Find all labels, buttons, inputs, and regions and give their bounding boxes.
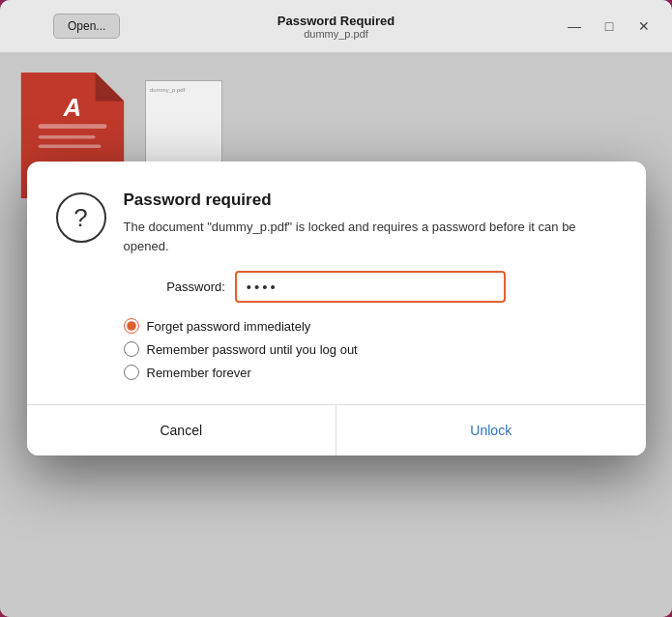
modal-header: ? Password required The document "dummy_… xyxy=(56,191,617,255)
question-icon: ? xyxy=(56,192,106,243)
radio-forget-label: Forget password immediately xyxy=(147,319,311,334)
password-row: Password: xyxy=(56,271,617,303)
modal-footer: Cancel Unlock xyxy=(27,404,646,455)
question-mark: ? xyxy=(73,205,87,230)
radio-forget[interactable] xyxy=(124,318,139,334)
radio-forever-label: Remember forever xyxy=(147,366,251,380)
radio-option-until-logout[interactable]: Remember password until you log out xyxy=(124,341,617,357)
password-dialog: ? Password required The document "dummy_… xyxy=(27,162,646,455)
password-label: Password: xyxy=(166,279,225,294)
radio-until-logout-label: Remember password until you log out xyxy=(147,342,358,357)
cancel-button[interactable]: Cancel xyxy=(27,405,336,455)
modal-text-block: Password required The document "dummy_p.… xyxy=(124,191,617,255)
password-input[interactable] xyxy=(235,271,506,303)
unlock-button[interactable]: Unlock xyxy=(336,405,646,455)
radio-forever[interactable] xyxy=(124,365,139,380)
modal-overlay: ? Password required The document "dummy_… xyxy=(0,0,672,617)
radio-option-forget[interactable]: Forget password immediately xyxy=(124,318,617,334)
radio-options: Forget password immediately Remember pas… xyxy=(56,318,617,380)
radio-option-forever[interactable]: Remember forever xyxy=(124,365,617,380)
modal-title: Password required xyxy=(124,191,617,210)
modal-body: ? Password required The document "dummy_… xyxy=(27,162,646,404)
modal-description: The document "dummy_p.pdf" is locked and… xyxy=(124,218,617,255)
radio-until-logout[interactable] xyxy=(124,341,139,357)
